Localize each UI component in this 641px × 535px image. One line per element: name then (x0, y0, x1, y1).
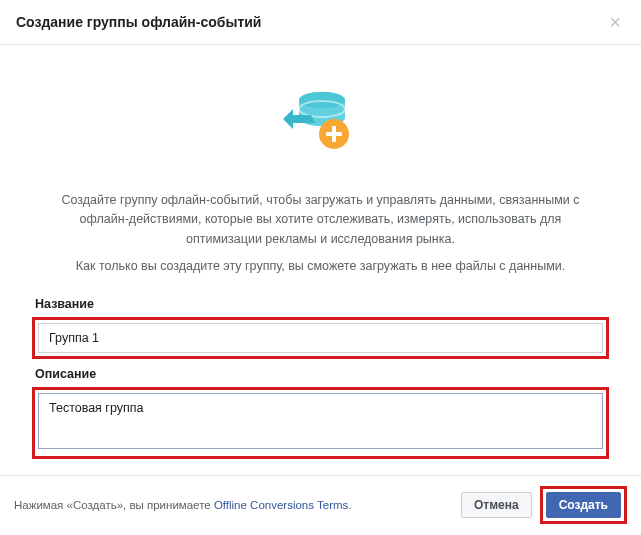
name-input[interactable] (38, 323, 603, 353)
cancel-button[interactable]: Отмена (461, 492, 532, 518)
description-text-1: Создайте группу офлайн-событий, чтобы за… (61, 191, 581, 249)
terms-prefix: Нажимая «Создать», вы принимаете (14, 499, 214, 511)
form: Название Описание (28, 297, 613, 459)
close-icon[interactable]: × (605, 12, 625, 32)
create-offline-event-set-dialog: Создание группы офлайн-событий × Создайт… (0, 0, 641, 534)
svg-rect-5 (326, 132, 342, 136)
create-highlight: Создать (540, 486, 627, 524)
description-text-2: Как только вы создадите эту группу, вы с… (61, 257, 581, 276)
dialog-footer: Нажимая «Создать», вы принимаете Offline… (0, 475, 641, 534)
dialog-header: Создание группы офлайн-событий × (0, 0, 641, 45)
terms-suffix: . (348, 499, 351, 511)
name-label: Название (35, 297, 609, 311)
terms-link[interactable]: Offline Conversions Terms (214, 499, 348, 511)
create-button[interactable]: Создать (546, 492, 621, 518)
description-input[interactable] (38, 393, 603, 449)
terms-text: Нажимая «Создать», вы принимаете Offline… (14, 499, 352, 511)
footer-buttons: Отмена Создать (461, 486, 627, 524)
event-set-icon (28, 79, 613, 163)
description-highlight (32, 387, 609, 459)
dialog-body: Создайте группу офлайн-событий, чтобы за… (0, 45, 641, 475)
name-highlight (32, 317, 609, 359)
description-label: Описание (35, 367, 609, 381)
dialog-title: Создание группы офлайн-событий (16, 14, 261, 30)
